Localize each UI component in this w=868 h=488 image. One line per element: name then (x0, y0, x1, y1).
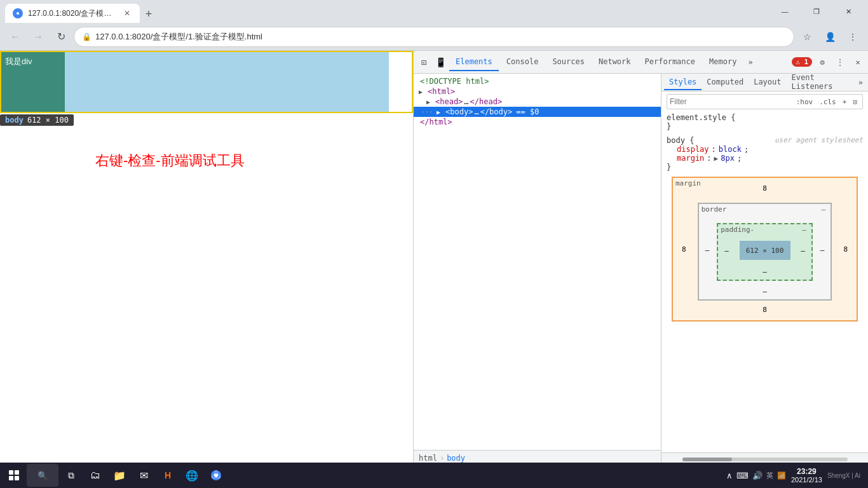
devtools-action-buttons: ⚠ 1 ⚙ ⋮ ✕ (792, 55, 865, 70)
breadcrumb-body[interactable]: body (447, 454, 465, 463)
tooltip-tag: body (5, 116, 24, 125)
filter-input[interactable] (670, 97, 794, 106)
breadcrumb-html[interactable]: html (419, 454, 437, 463)
main-area: 我是div body 612 × 100 右键-检查-前端调试工具 ⊡ 📱 (0, 51, 868, 465)
tab-favicon (13, 8, 23, 18)
volume-icon[interactable]: 🔊 (752, 471, 763, 480)
div-label: 我是div (5, 56, 32, 67)
browser-tab[interactable]: 127.0.0.1:8020/盒子模型/1.验证... ✕ (5, 4, 140, 23)
padding-bottom-value: – (722, 268, 808, 276)
margin-bottom-value: 8 (678, 306, 851, 315)
styles-tab-more[interactable]: » (856, 78, 865, 87)
chrome-taskbar-button[interactable] (205, 464, 227, 487)
css-rule-element-style: element.style { } (667, 113, 863, 131)
address-bar: ← → ↻ 🔒 127.0.0.1:8020/盒子模型/1.验证盒子模型.htm… (0, 23, 868, 51)
scrollbar-thumb (682, 458, 732, 461)
border-box: border – – padding- – (698, 203, 832, 301)
devtools-tab-bar: ⊡ 📱 Elements Console Sources Network Per… (414, 51, 868, 74)
mail-taskbar-button[interactable]: ✉ (132, 464, 155, 487)
minimize-button[interactable]: — (770, 3, 799, 20)
tab-console[interactable]: Console (500, 53, 545, 71)
watermark-text: ShengX | Ai (827, 472, 860, 479)
search-button[interactable]: 🔍 (27, 464, 58, 487)
html-open-line[interactable]: ▶ <html> (414, 86, 661, 97)
border-right-dash: – (818, 246, 827, 254)
close-button[interactable]: ✕ (834, 3, 863, 20)
files-taskbar-button[interactable]: 🗂 (84, 464, 107, 487)
body-line[interactable]: ··· ▶ <body>…</body> == $0 (414, 107, 661, 117)
filter-actions: :hov .cls + ⊡ (794, 97, 860, 107)
folder-taskbar-button[interactable]: 📁 (108, 464, 131, 487)
filter-add-button[interactable]: + (840, 97, 850, 107)
content-row: – 612 × 100 – (722, 234, 808, 266)
html-close-line[interactable]: </html> (414, 117, 661, 127)
tab-title: 127.0.0.1:8020/盒子模型/1.验证... (28, 8, 117, 19)
screenshot-button[interactable]: 📱 (433, 55, 448, 70)
tab-close-button[interactable]: ✕ (122, 8, 132, 18)
settings-button[interactable]: ⚙ (815, 55, 830, 70)
css-close-element-style: } (667, 122, 863, 131)
webpage-content: 我是div body 612 × 100 右键-检查-前端调试工具 (0, 51, 413, 170)
clock-time: 23:29 (791, 467, 822, 476)
menu-button[interactable]: ⋮ (843, 27, 863, 47)
browser-window: 127.0.0.1:8020/盒子模型/1.验证... ✕ + — ❐ ✕ ← … (0, 0, 868, 488)
new-tab-button[interactable]: + (140, 5, 158, 23)
more-options-button[interactable]: ⋮ (832, 55, 848, 70)
border-label: border (702, 205, 727, 214)
back-button[interactable]: ← (5, 27, 25, 47)
svg-point-1 (17, 12, 19, 15)
padding-left-value: – (722, 247, 731, 255)
padding-row: – padding- – – (703, 214, 827, 286)
filter-cls-button[interactable]: .cls (817, 97, 839, 107)
tab-strip: 127.0.0.1:8020/盒子模型/1.验证... ✕ + (5, 0, 158, 23)
chinese-heading: 右键-检查-前端调试工具 (95, 151, 413, 170)
error-badge: ⚠ 1 (792, 57, 812, 67)
devtools-body: <!DOCTYPE html> ▶ <html> ▶ <head>…</head… (414, 74, 868, 465)
ime-indicator: 英 (766, 471, 773, 480)
styles-content: :hov .cls + ⊡ element.style { (661, 92, 868, 452)
filter-expand-button[interactable]: ⊡ (850, 97, 860, 107)
box-middle-row: 8 border – – padding- (678, 193, 851, 306)
filter-hov-button[interactable]: :hov (794, 97, 816, 107)
profile-button[interactable]: 👤 (820, 27, 840, 47)
css-close-body: } (667, 163, 863, 172)
tab-performance[interactable]: Performance (639, 53, 702, 71)
refresh-button[interactable]: ↻ (51, 27, 71, 47)
doctype-line[interactable]: <!DOCTYPE html> (414, 76, 661, 86)
restore-button[interactable]: ❐ (802, 3, 831, 20)
devtools-more-tabs[interactable]: » (744, 55, 756, 69)
svg-point-3 (214, 473, 218, 477)
tooltip-size: 612 × 100 (27, 116, 69, 125)
tab-memory[interactable]: Memory (703, 53, 743, 71)
tooltip-badge: body 612 × 100 (0, 114, 74, 126)
head-line[interactable]: ▶ <head>…</head> (414, 97, 661, 107)
devtools-close-button[interactable]: ✕ (850, 55, 865, 70)
inspect-element-button[interactable]: ⊡ (416, 55, 431, 70)
task-view-button[interactable]: ⧉ (60, 464, 83, 487)
windows-icon (9, 470, 19, 480)
hbuilder-taskbar-button[interactable]: H (156, 464, 179, 487)
border-bottom-dash: – (703, 287, 827, 295)
bookmark-button[interactable]: ☆ (797, 27, 817, 47)
padding-right-value: – (798, 247, 808, 255)
lock-icon: 🔒 (82, 32, 92, 41)
styles-tab-layout[interactable]: Layout (749, 75, 786, 90)
styles-tab-bar: Styles Computed Layout Event Listeners » (661, 74, 868, 92)
devtools-panel: ⊡ 📱 Elements Console Sources Network Per… (413, 51, 868, 465)
tray-expand-icon[interactable]: ∧ (726, 471, 733, 480)
styles-tab-styles[interactable]: Styles (664, 75, 702, 90)
tab-elements[interactable]: Elements (449, 53, 499, 71)
forward-button[interactable]: → (28, 27, 48, 47)
edge-taskbar-button[interactable]: 🌐 (180, 464, 203, 487)
clock[interactable]: 23:29 2021/2/13 (791, 467, 822, 484)
start-button[interactable] (3, 464, 25, 487)
tab-sources[interactable]: Sources (546, 53, 591, 71)
border-left-dash: – (703, 246, 712, 254)
tab-network[interactable]: Network (592, 53, 637, 71)
styles-tab-computed[interactable]: Computed (702, 75, 749, 90)
keyboard-icon[interactable]: ⌨ (736, 471, 749, 480)
elements-content: <!DOCTYPE html> ▶ <html> ▶ <head>…</head… (414, 74, 661, 450)
margin-top-value: 8 (678, 183, 851, 193)
url-text: 127.0.0.1:8020/盒子模型/1.验证盒子模型.html (95, 31, 786, 43)
url-bar[interactable]: 🔒 127.0.0.1:8020/盒子模型/1.验证盒子模型.html (74, 27, 794, 47)
